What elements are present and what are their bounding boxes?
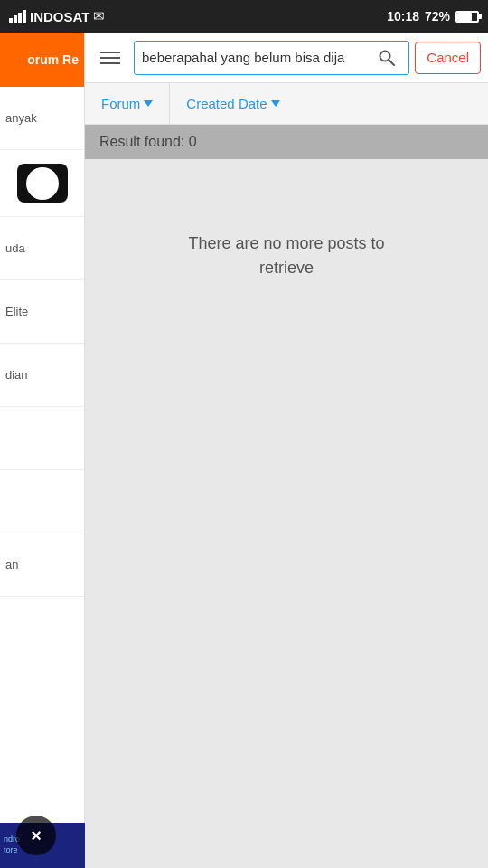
sidebar-item-3[interactable]: uda	[0, 217, 84, 280]
result-count-text: Result found: 0	[99, 134, 197, 150]
battery-percent: 72%	[425, 9, 450, 24]
sidebar-item-3-text: uda	[5, 241, 79, 255]
sidebar-item-4[interactable]: Elite	[0, 280, 84, 344]
time-display: 10:18	[387, 9, 419, 24]
sort-forum-label: Forum	[101, 96, 140, 111]
menu-icon[interactable]	[92, 40, 128, 76]
sidebar-item-8[interactable]: an	[0, 533, 84, 597]
battery-icon	[455, 11, 479, 23]
search-bar: Cancel	[85, 33, 488, 83]
sort-forum-tab[interactable]: Forum	[85, 83, 170, 124]
bbm-icon: ✉	[93, 8, 105, 24]
sidebar-item-5[interactable]: dian	[0, 344, 84, 407]
sidebar-avatar-item[interactable]	[0, 150, 84, 217]
sort-forum-arrow	[144, 100, 153, 107]
sidebar-header-text: orum Re	[27, 52, 79, 67]
no-posts-line1: There are no more posts to	[188, 234, 384, 252]
signal-icon	[9, 10, 26, 23]
menu-line-3	[100, 62, 120, 64]
sidebar-item-1[interactable]: anyak	[0, 87, 84, 150]
sidebar-item-6[interactable]	[0, 407, 84, 470]
ad-line2: tore	[4, 845, 20, 856]
sort-date-tab[interactable]: Created Date	[170, 83, 296, 124]
menu-line-2	[100, 57, 120, 59]
sort-date-arrow	[271, 100, 280, 107]
search-icon	[378, 49, 396, 67]
search-input-container	[134, 41, 409, 75]
sort-date-label: Created Date	[186, 96, 267, 111]
close-icon: ×	[31, 826, 42, 844]
sidebar-header: orum Re	[0, 33, 84, 87]
sort-bar: Forum Created Date	[85, 83, 488, 125]
status-bar: INDOSAT ✉ 10:18 72%	[0, 0, 488, 33]
search-icon-button[interactable]	[372, 43, 401, 72]
sidebar: orum Re anyak uda Elite dian an ndro tor…	[0, 33, 85, 868]
main-content: There are no more posts to retrieve	[85, 159, 488, 868]
sidebar-item-5-text: dian	[5, 368, 79, 382]
no-posts-line2: retrieve	[259, 259, 314, 277]
status-right: 10:18 72%	[387, 9, 479, 24]
search-input[interactable]	[142, 50, 372, 65]
carrier-name: INDOSAT	[30, 9, 89, 24]
no-posts-message: There are no more posts to retrieve	[152, 231, 420, 280]
avatar-circle	[26, 167, 59, 200]
sidebar-item-7[interactable]	[0, 470, 84, 533]
svg-line-1	[389, 60, 395, 65]
status-left: INDOSAT ✉	[9, 8, 105, 24]
cancel-button[interactable]: Cancel	[415, 42, 481, 74]
close-button[interactable]: ×	[16, 816, 56, 855]
result-bar: Result found: 0	[85, 125, 488, 159]
avatar	[17, 164, 68, 203]
sidebar-item-4-text: Elite	[5, 305, 79, 318]
menu-line-1	[100, 52, 120, 53]
sidebar-item-1-text: anyak	[5, 111, 79, 125]
main-panel: Cancel Forum Created Date Result found: …	[85, 33, 488, 868]
sidebar-item-8-text: an	[5, 558, 79, 571]
